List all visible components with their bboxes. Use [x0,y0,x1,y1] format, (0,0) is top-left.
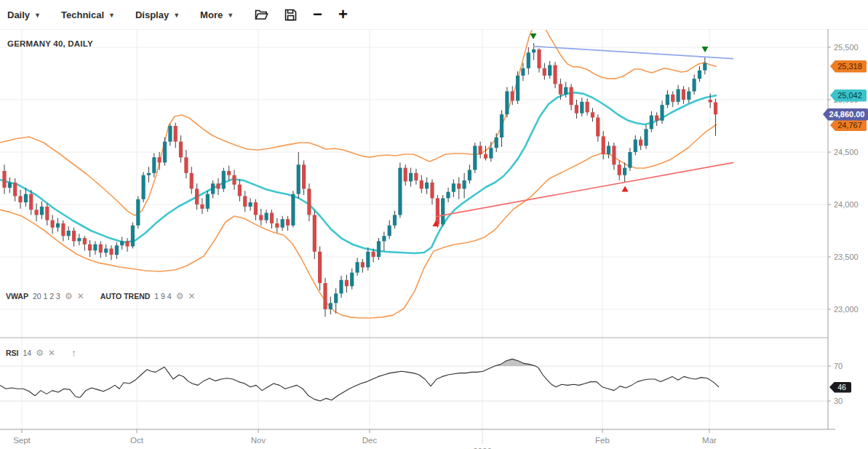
autotrend-label: AUTO TREND [100,292,151,301]
rsi-tick-label: 70 [834,362,843,370]
display-menu[interactable]: Display ▼ [125,0,190,29]
buy-signal-triangle [622,186,629,191]
price-tick-label: 23,500 [834,253,859,261]
sell-signal-triangle [530,33,537,39]
price-badge: 25,042 [830,90,867,102]
trendline [436,162,733,216]
interval-menu-label: Daily [7,9,30,20]
rsi-indicator-row: RSI 14 ⚙ ✕ ↑ [6,348,76,358]
rsi-move-up-arrow-icon[interactable]: ↑ [71,348,76,358]
price-tick-label: 24,000 [834,200,859,209]
rsi-settings-gear-icon[interactable]: ⚙ [36,349,44,357]
main-panel [0,26,733,318]
interval-menu[interactable]: Daily ▼ [0,0,51,29]
price-badge: 24,860.00 [823,108,868,121]
price-chart-canvas[interactable]: 25,50025,00024,50024,00023,50023,0007030… [0,0,868,449]
price-tick-label: 25,500 [834,43,859,52]
chevron-down-icon: ▼ [173,12,180,19]
month-label: Dec [362,436,378,445]
chevron-down-icon: ▼ [34,12,41,19]
rsi-line [0,359,719,401]
vwap-remove-icon[interactable]: ✕ [77,292,84,301]
chevron-down-icon: ▼ [227,12,234,19]
price-tick-label: 23,000 [834,305,859,314]
save-icon[interactable] [276,0,305,29]
month-label: Feb [595,436,610,445]
month-label: Nov [251,436,266,445]
price-badge: 25,318 [830,60,867,73]
rsi-panel [0,359,719,401]
sell-signal-triangle [702,47,709,52]
month-label: Sept [13,436,31,445]
technical-menu[interactable]: Technical ▼ [51,0,125,29]
more-menu-label: More [200,9,223,20]
more-menu[interactable]: More ▼ [190,0,244,29]
month-label: Mar [702,436,717,445]
chart-toolbar: Daily ▼ Technical ▼ Display ▼ More ▼ [0,0,868,29]
autotrend-remove-icon[interactable]: ✕ [188,292,195,301]
vwap-params: 20 1 2 3 [33,292,60,301]
vwap-settings-gear-icon[interactable]: ⚙ [65,292,73,301]
zoom-out-button[interactable]: − [305,0,330,29]
vwap-line [0,92,717,253]
rsi-label: RSI [6,349,19,357]
month-label: Oct [130,436,144,445]
chevron-down-icon: ▼ [108,12,115,19]
overlay-indicator-row: VWAP 20 1 2 3 ⚙ ✕ AUTO TREND 1 9 4 ⚙ ✕ [6,292,196,301]
autotrend-params: 1 9 4 [154,292,171,301]
upper-band-line [0,26,717,215]
rsi-remove-icon[interactable]: ✕ [48,349,55,357]
display-menu-label: Display [135,9,169,20]
rsi-tick-label: 30 [834,397,843,405]
open-folder-icon[interactable] [247,0,276,29]
trading-app: Daily ▼ Technical ▼ Display ▼ More ▼ [0,0,868,449]
vwap-label: VWAP [6,292,28,301]
technical-menu-label: Technical [61,9,104,20]
symbol-title: GERMANY 40, DAILY [7,39,93,48]
autotrend-settings-gear-icon[interactable]: ⚙ [176,292,184,301]
zoom-in-button[interactable]: + [330,0,356,29]
price-badge: 24,767 [830,119,867,131]
price-tick-label: 24,500 [834,148,859,156]
rsi-params: 14 [23,349,32,357]
